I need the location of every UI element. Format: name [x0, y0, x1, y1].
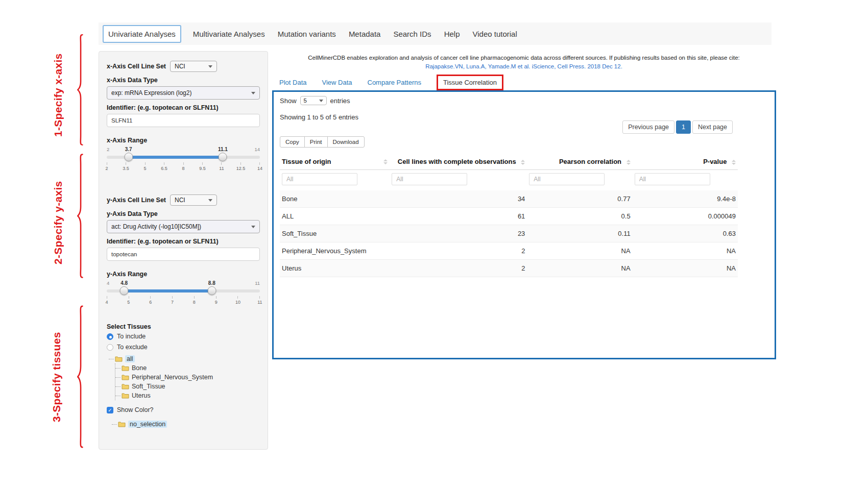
folder-icon [115, 356, 123, 362]
y-range-max: 11 [255, 280, 260, 286]
filter-pvalue-input[interactable] [635, 173, 710, 185]
y-slider-track [107, 289, 260, 292]
tab-help[interactable]: Help [443, 26, 461, 42]
y-cell-line-set-label: y-Axis Cell Line Set [107, 197, 166, 204]
sort-icon[interactable] [521, 160, 525, 165]
x-slider-handle-low[interactable] [124, 153, 133, 161]
annotation-step3-label: 3-Specify tissues [51, 308, 66, 447]
folder-icon [118, 421, 126, 427]
tissue-correlation-table: Tissue of origin Cell lines with complet… [280, 154, 738, 277]
sort-icon[interactable] [626, 160, 631, 165]
y-range-to: 8.8 [208, 280, 215, 286]
chevron-down-icon [251, 226, 255, 228]
previous-page-button[interactable]: Previous page [622, 120, 674, 134]
x-cell-line-set-select[interactable]: NCI [170, 61, 217, 72]
to-exclude-radio[interactable] [107, 344, 113, 351]
tissue-tree: all Bone Peripheral_Nervous_System Soft_… [109, 354, 260, 400]
next-page-button[interactable]: Next page [692, 120, 733, 134]
tab-search-ids[interactable]: Search IDs [392, 26, 432, 42]
y-identifier-label: Identifier: (e.g. topotecan or SLFN11) [107, 238, 260, 245]
x-range-to: 11.1 [218, 147, 228, 152]
col-header-tissue[interactable]: Tissue of origin [280, 154, 390, 170]
tree-item-no-selection[interactable]: no_selection [112, 420, 260, 429]
subtab-plot-data[interactable]: Plot Data [279, 79, 306, 86]
print-button[interactable]: Print [304, 136, 328, 148]
tree-item-all[interactable]: all [109, 354, 260, 363]
table-row[interactable]: Soft_Tissue 23 0.11 0.63 [280, 225, 738, 242]
filter-cell-lines-input[interactable] [392, 173, 467, 185]
y-slider-handle-low[interactable] [120, 286, 129, 295]
x-slider-ticks [107, 162, 260, 165]
annotation-step2-label: 2-Specify y-axis [52, 166, 67, 279]
entries-label: entries [330, 97, 350, 105]
chevron-down-icon [251, 92, 255, 94]
tab-metadata[interactable]: Metadata [348, 26, 382, 42]
citation-link[interactable]: Rajapakse.VN, Luna.A, Yamade.M et al. iS… [276, 63, 772, 69]
table-row[interactable]: Peripheral_Nervous_System 2 NA NA [280, 242, 738, 260]
x-identifier-label: Identifier: (e.g. topotecan or SLFN11) [107, 104, 260, 111]
page-length-select[interactable]: 5 [300, 96, 327, 105]
y-cell-line-set-select[interactable]: NCI [170, 194, 217, 206]
table-filter-row [280, 170, 738, 191]
sort-icon[interactable] [383, 159, 388, 164]
download-button[interactable]: Download [327, 136, 365, 148]
table-row[interactable]: ALL 61 0.5 0.000049 [280, 208, 738, 225]
page-number-button[interactable]: 1 [676, 120, 691, 134]
chevron-down-icon [208, 65, 212, 68]
chevron-down-icon [319, 100, 323, 102]
x-slider-handle-high[interactable] [219, 153, 227, 161]
y-range-label: y-Axis Range [107, 271, 260, 278]
annotation-step1-label: 1-Specify x-axis [52, 45, 67, 145]
copy-button[interactable]: Copy [280, 136, 305, 148]
tissue-correlation-panel: Show 5 entries Showing 1 to 5 of 5 entri… [272, 90, 776, 359]
filter-tissue-input[interactable] [282, 173, 357, 185]
folder-icon [122, 393, 129, 399]
tree-item-peripheral-nervous-system[interactable]: Peripheral_Nervous_System [115, 373, 260, 382]
y-range-from: 4.8 [120, 280, 128, 286]
select-tissues-label: Select Tissues [107, 323, 260, 330]
col-header-pvalue[interactable]: P-value [633, 154, 738, 170]
table-header-row: Tissue of origin Cell lines with complet… [280, 154, 738, 170]
cellminercdb-page: 1-Specify x-axis 2-Specify y-axis 3-Spec… [0, 0, 868, 488]
citation-text: CellMinerCDB enables exploration and ana… [276, 55, 772, 61]
to-exclude-option[interactable]: To exclude [107, 344, 260, 351]
y-slider-handle-high[interactable] [207, 286, 216, 295]
tree-item-uterus[interactable]: Uterus [115, 391, 260, 400]
folder-icon [122, 383, 129, 389]
table-row[interactable]: Bone 34 0.77 9.4e-8 [280, 190, 738, 208]
tab-mutation-variants[interactable]: Mutation variants [277, 26, 337, 42]
col-header-pearson[interactable]: Pearson correlation [527, 154, 632, 170]
col-header-cell-lines[interactable]: Cell lines with complete observations [390, 154, 527, 170]
analysis-subtabs: Plot Data View Data Compare Patterns Tis… [279, 75, 503, 90]
x-identifier-input[interactable] [107, 114, 260, 127]
x-range-max: 14 [254, 147, 260, 152]
sort-icon[interactable] [732, 160, 736, 165]
tree-item-bone[interactable]: Bone [115, 363, 260, 373]
annotation-bracket-3 [75, 305, 84, 449]
y-slider-ticks [107, 296, 260, 299]
to-include-radio[interactable] [107, 333, 113, 340]
tab-multivariate-analyses[interactable]: Multivariate Analyses [192, 26, 266, 42]
show-color-option[interactable]: ✓ Show Color? [107, 406, 260, 413]
y-identifier-input[interactable] [107, 248, 260, 261]
x-data-type-select[interactable]: exp: mRNA Expression (log2) [107, 86, 260, 100]
tab-univariate-analyses[interactable]: Univariate Analyses [103, 25, 181, 43]
y-data-type-label: y-Axis Data Type [107, 210, 260, 217]
filter-pearson-input[interactable] [529, 173, 605, 185]
pagination: Previous page 1 Next page [622, 120, 733, 134]
y-range-min: 4 [107, 280, 109, 286]
x-data-type-label: x-Axis Data Type [107, 77, 260, 84]
subtab-view-data[interactable]: View Data [322, 79, 352, 86]
show-color-checkbox[interactable]: ✓ [107, 407, 113, 413]
to-include-option[interactable]: To include [107, 333, 260, 340]
folder-icon [122, 374, 129, 380]
chevron-down-icon [208, 199, 212, 202]
subtab-tissue-correlation[interactable]: Tissue Correlation [437, 75, 503, 90]
annotation-bracket-2 [75, 153, 84, 279]
table-row[interactable]: Uterus 2 NA NA [280, 260, 738, 277]
x-range-from: 3.7 [125, 147, 132, 152]
y-data-type-select[interactable]: act: Drug Activity (-log10[IC50M]) [107, 220, 260, 233]
tree-item-soft-tissue[interactable]: Soft_Tissue [115, 382, 260, 391]
subtab-compare-patterns[interactable]: Compare Patterns [368, 79, 422, 86]
tab-video-tutorial[interactable]: Video tutorial [471, 26, 518, 42]
